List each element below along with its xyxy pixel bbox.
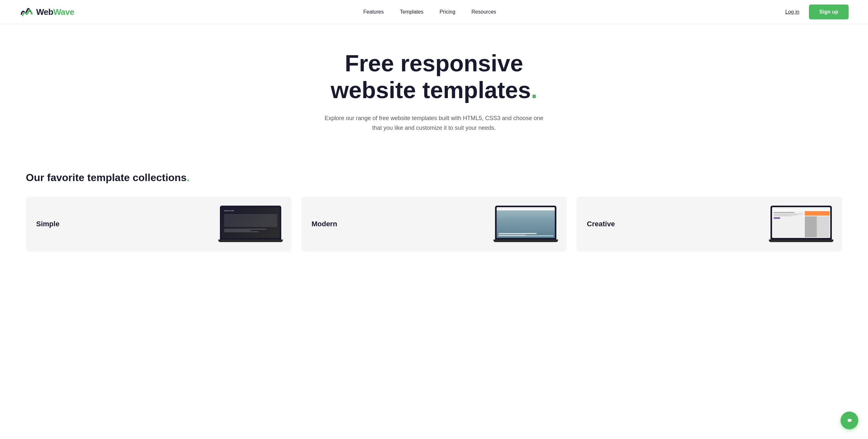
logo-icon (20, 5, 33, 19)
nav-item-resources[interactable]: Resources (471, 9, 496, 15)
collection-card-creative[interactable]: Creative (577, 196, 842, 252)
hero-subtitle: Explore our range of free website templa… (321, 113, 547, 133)
login-link[interactable]: Log in (785, 9, 800, 15)
logo-text: WebWave (36, 7, 74, 17)
collections-section: Our favorite template collections. Simpl… (0, 152, 868, 278)
collection-card-modern[interactable]: Modern (301, 196, 567, 252)
nav-item-pricing[interactable]: Pricing (439, 9, 455, 15)
collection-label-creative: Creative (587, 220, 615, 228)
hero-title: Free responsive website templates. (302, 50, 566, 104)
signup-button[interactable]: Sign up (809, 4, 848, 19)
collection-label-simple: Simple (36, 220, 59, 228)
chat-bubble-button[interactable] (841, 412, 858, 429)
collections-grid: Simple Ceramics studio (26, 196, 842, 252)
nav-links: Features Templates Pricing Resources (363, 9, 496, 15)
nav-item-features[interactable]: Features (363, 9, 383, 15)
collection-label-modern: Modern (312, 220, 337, 228)
nav-item-templates[interactable]: Templates (400, 9, 423, 15)
nav-actions: Log in Sign up (785, 4, 848, 19)
laptop-modern (495, 206, 556, 243)
chat-icon (845, 416, 854, 425)
collection-card-simple[interactable]: Simple Ceramics studio (26, 196, 291, 252)
logo[interactable]: WebWave (20, 5, 74, 19)
hero-section: Free responsive website templates. Explo… (289, 24, 579, 152)
laptop-creative (771, 206, 832, 243)
svg-point-0 (31, 12, 33, 14)
laptop-simple: Ceramics studio (220, 206, 281, 243)
collections-title: Our favorite template collections. (26, 172, 842, 184)
navbar: WebWave Features Templates Pricing Resou… (0, 0, 868, 24)
